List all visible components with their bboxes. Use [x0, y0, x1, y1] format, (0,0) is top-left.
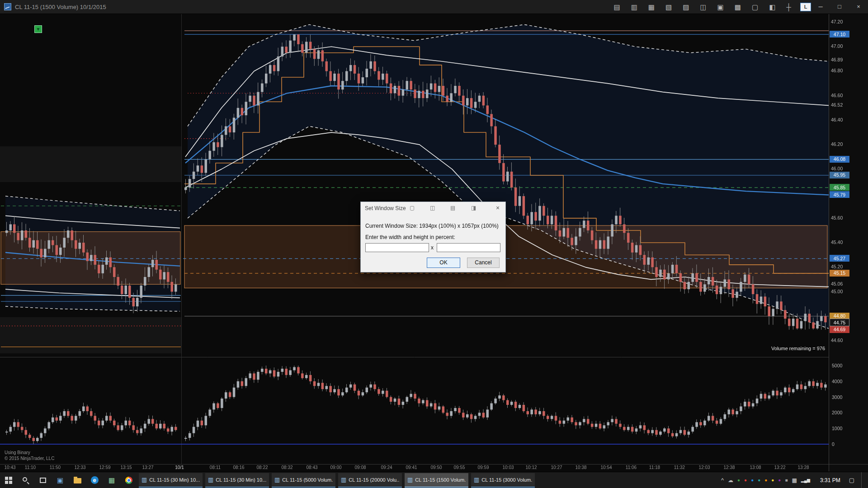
- taskbar-window[interactable]: ▥CL 11-15 (5000 Volum...: [272, 473, 335, 488]
- taskbar-window[interactable]: ▥CL 11-15 (3000 Volum...: [471, 473, 535, 488]
- edge-browser-button[interactable]: e: [86, 472, 103, 488]
- keyboard-icon[interactable]: ▦: [792, 478, 797, 483]
- volume-axis-label: 2000: [832, 410, 842, 415]
- properties-icon[interactable]: ◧: [769, 4, 775, 10]
- window-controls: ─ □ ×: [811, 0, 868, 14]
- pinned-app-grid[interactable]: ▦: [103, 472, 120, 488]
- network-icon[interactable]: ▂▄▆: [801, 478, 810, 483]
- window-title: CL 11-15 (1500 Volume) 10/1/2015: [15, 4, 106, 10]
- start-button[interactable]: [0, 472, 17, 488]
- price-axis-label: 45.06: [831, 281, 843, 286]
- search-button[interactable]: [17, 472, 34, 488]
- volume-axis-label: 4000: [832, 379, 842, 384]
- link-button[interactable]: L: [800, 3, 811, 11]
- current-window-size-text: Current Window Size: 1934px (100%) x 105…: [365, 223, 499, 229]
- time-axis-label: 09:41: [406, 465, 417, 470]
- app-icon: ▣: [57, 476, 63, 484]
- time-axis-label: 12:59: [99, 465, 110, 470]
- tray-app-orange-icon[interactable]: ●: [764, 478, 767, 483]
- price-tag: 44.69: [830, 326, 849, 333]
- time-axis-label: 10:03: [502, 465, 514, 470]
- chart-window-icon: ▥: [274, 476, 280, 483]
- dialog-deco-icon-1: ▢: [410, 205, 415, 211]
- file-explorer-button[interactable]: [69, 472, 86, 488]
- task-view-button[interactable]: [34, 472, 52, 488]
- time-axis-label: 09:24: [381, 465, 392, 470]
- crosshair-icon[interactable]: ┼: [786, 4, 791, 10]
- close-button[interactable]: ×: [849, 0, 868, 14]
- time-axis-label: 12:03: [698, 465, 710, 470]
- tray-app-yellow-icon[interactable]: ●: [771, 478, 774, 483]
- instrument-icon[interactable]: ▤: [613, 4, 620, 10]
- time-axis-label: 09:50: [430, 465, 442, 470]
- volume-axis-label: 1000: [832, 426, 842, 431]
- zoom-icon[interactable]: ▣: [717, 4, 724, 10]
- chart-window-icon: ▥: [474, 476, 479, 483]
- drawing-tools-icon[interactable]: ▨: [683, 4, 689, 10]
- show-desktop-button[interactable]: [861, 472, 864, 488]
- taskbar-window[interactable]: ▥CL 11-15 (20000 Volu...: [338, 473, 402, 488]
- cancel-button[interactable]: Cancel: [467, 258, 500, 268]
- time-axis-label: 10:38: [575, 465, 586, 470]
- chart-marker-icon[interactable]: ▼: [34, 25, 42, 33]
- price-axis-label: 47.00: [831, 43, 843, 49]
- height-percent-input[interactable]: [437, 243, 500, 252]
- width-percent-input[interactable]: [365, 243, 429, 252]
- grid-icon[interactable]: ▢: [752, 4, 758, 10]
- price-axis-label: 45.40: [831, 239, 843, 245]
- chrome-button[interactable]: [120, 472, 137, 488]
- tray-app-purple-icon[interactable]: ●: [778, 478, 781, 483]
- taskbar-clock[interactable]: 3:31 PM: [818, 477, 845, 483]
- edge-icon: e: [91, 476, 99, 484]
- interval-icon[interactable]: ▥: [631, 4, 637, 10]
- indicator-icon[interactable]: ▧: [665, 4, 672, 10]
- price-axis-label: 46.52: [831, 102, 843, 108]
- taskbar-window-active[interactable]: ▥CL 11-15 (1500 Volum...: [405, 473, 468, 488]
- taskbar-window[interactable]: ▥CL 11-15 (30 Min) 10...: [139, 473, 203, 488]
- copyright-label: © 2015 NinjaTrader, LLC: [5, 456, 54, 461]
- time-axis-label: 08:11: [210, 465, 221, 470]
- pinned-app-generic[interactable]: ▣: [52, 472, 69, 488]
- hidden-icons-chevron[interactable]: ^: [721, 478, 724, 483]
- taskbar-window-label: CL 11-15 (30 Min) 10...: [216, 477, 266, 483]
- price-tag: 47.10: [830, 31, 849, 38]
- time-axis-label: 11:32: [674, 465, 685, 470]
- time-axis-label: 10:54: [600, 465, 612, 470]
- task-view-icon: [40, 478, 46, 483]
- time-axis-label: 13:22: [774, 465, 785, 470]
- price-tag: 45.79: [830, 191, 849, 198]
- windows-logo-icon: [5, 477, 12, 484]
- dialog-titlebar[interactable]: Set Window Size × ▢◫▤◨: [361, 202, 505, 214]
- tray-app-red-icon[interactable]: ●: [744, 478, 747, 483]
- onedrive-icon[interactable]: ☁: [728, 478, 733, 483]
- grid-app-icon: ▦: [108, 476, 115, 484]
- dimension-separator: x: [431, 244, 434, 251]
- minimize-button[interactable]: ─: [811, 0, 830, 14]
- tray-app-blue-icon[interactable]: ●: [751, 478, 754, 483]
- tray-app-green-icon[interactable]: ●: [737, 478, 740, 483]
- action-center-icon[interactable]: ▢: [849, 477, 857, 483]
- set-window-size-dialog: Set Window Size × ▢◫▤◨ Current Window Si…: [360, 202, 506, 272]
- chart-toolbar: ▤▥▦▧▨◫▣▩▢◧┼: [613, 4, 797, 10]
- volume-axis-label: 0: [832, 441, 835, 447]
- window-titlebar: CL 11-15 (1500 Volume) 10/1/2015 ▤▥▦▧▨◫▣…: [0, 0, 868, 14]
- time-axis-label: 08:43: [306, 465, 317, 470]
- tray-app-gray-icon[interactable]: ■: [785, 478, 788, 483]
- chart-style-icon[interactable]: ▦: [648, 4, 655, 10]
- price-tag: 45.85: [830, 184, 849, 191]
- dialog-close-icon[interactable]: ×: [494, 204, 502, 211]
- dialog-deco-icon-2: ◫: [430, 205, 435, 211]
- ok-button[interactable]: OK: [427, 258, 460, 268]
- time-axis-label: 09:59: [477, 465, 489, 470]
- time-axis-label: 12:38: [723, 465, 735, 470]
- taskbar-window[interactable]: ▥CL 11-15 (30 Min) 10...: [205, 473, 269, 488]
- dialog-deco-icon-4: ◨: [471, 205, 476, 211]
- snapshot-icon[interactable]: ▩: [735, 4, 741, 10]
- maximize-button[interactable]: □: [830, 0, 849, 14]
- cursor-icon[interactable]: ◫: [700, 4, 706, 10]
- time-axis-label: 08:32: [281, 465, 292, 470]
- time-axis-label: 09:08: [354, 465, 366, 470]
- price-tag: 46.08: [830, 156, 849, 163]
- chart-window-icon: ▥: [142, 476, 147, 483]
- tray-app-teal-icon[interactable]: ●: [758, 478, 760, 483]
